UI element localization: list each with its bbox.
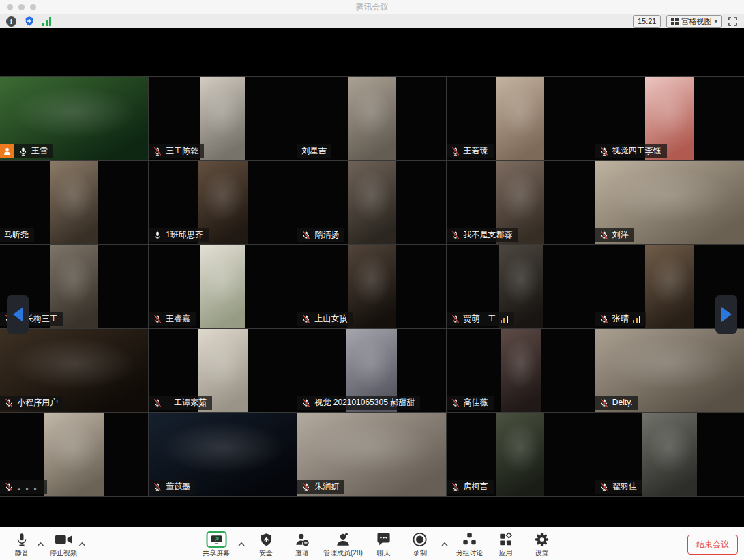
breakout-button[interactable]: 分组讨论 [455,531,485,558]
participant-video [200,77,245,160]
participant-tile[interactable]: 隋清扬 [297,161,446,245]
participant-tile[interactable]: 朱润妍 [297,413,446,497]
participant-name: 张晴 [612,314,629,324]
participant-tile[interactable]: 视觉四工李钰 [595,77,744,161]
end-meeting-button[interactable]: 结束会议 [687,535,738,555]
network-quality-icon[interactable] [42,17,51,26]
participant-name: 贾萌二工 [464,314,496,324]
invite-label: 邀请 [295,548,309,558]
share-screen-button[interactable]: 共享屏幕 [201,531,231,558]
meeting-window: 腾讯会议 i 15:21 宫格视图 ▾ [0,0,744,560]
participant-tile[interactable]: 上山女孩 [297,245,446,329]
meeting-time: 15:21 [633,15,661,28]
participant-tile[interactable]: Deity. [595,329,744,413]
participant-video [200,245,245,328]
participant-name: 1班邱思齐 [166,230,203,240]
breakout-label: 分组讨论 [456,548,483,558]
participant-tile[interactable]: 。。。 [0,413,149,497]
record-label: 录制 [413,548,427,558]
mic-status-icon [599,482,609,492]
participant-tile[interactable]: 刘星吉 [297,77,446,161]
breakout-icon [462,531,477,548]
participant-name: 一工谭家茹 [166,398,207,408]
stop-video-button[interactable]: 停止视频 [48,531,78,558]
mic-status-icon [153,314,162,324]
camera-icon [55,531,72,548]
participant-tile[interactable]: 我不是支郡蓉 [447,161,595,245]
mute-button[interactable]: 静音 [7,531,37,558]
participant-tile[interactable]: 翟羽佳 [595,413,744,497]
participant-video [44,413,104,496]
participant-tag: 我不是支郡蓉 [447,228,518,242]
zoom-window-button[interactable] [30,4,36,10]
participant-name: 三工陈乾 [166,146,198,156]
mic-status-icon [599,314,609,324]
members-button[interactable]: 管理成员(28) [323,531,363,558]
participant-tile[interactable]: 小程序用户 [0,329,149,413]
shield-plus-icon[interactable] [24,16,35,27]
apps-button[interactable]: 应用 [491,531,521,558]
participant-tag: 三工陈乾 [149,144,204,158]
participant-video [645,245,694,328]
participant-video [348,161,396,244]
next-page-button[interactable] [715,295,737,334]
participant-name: 王若臻 [464,146,488,156]
participant-video [50,161,98,244]
mic-status-icon [153,147,162,156]
participant-tile[interactable]: 三工陈乾 [149,77,297,161]
mute-options-chevron[interactable] [37,537,44,550]
stop-video-label: 停止视频 [50,548,77,558]
record-options-chevron[interactable] [441,537,449,550]
settings-button[interactable]: 设置 [527,531,557,558]
video-stage: 王雪 三工陈乾 [0,28,744,527]
participant-tag: 朱润妍 [297,480,344,494]
security-button[interactable]: 安全 [251,531,281,558]
participant-tile[interactable]: 刘洋 [595,161,744,245]
chevron-left-icon [13,307,23,322]
members-icon [335,531,351,548]
meeting-toolbar: i 15:21 宫格视图 ▾ [0,14,744,28]
participant-tile[interactable]: 高佳薇 [447,329,595,413]
mic-status-icon [4,398,14,408]
participant-tile[interactable]: 王若臻 [447,77,595,161]
participant-tag: 高佳薇 [447,396,494,410]
control-bar: 静音 停止视频 共享屏幕 [0,527,744,560]
prev-page-button[interactable] [7,295,29,334]
mic-status-icon [599,147,609,156]
participant-tile[interactable]: 房柯言 [447,413,595,497]
invite-button[interactable]: 邀请 [287,531,317,558]
participant-tag: 王睿嘉 [149,312,196,326]
settings-label: 设置 [535,548,549,558]
participant-tile[interactable]: 视觉 202101065305 郝甜甜 [297,329,446,413]
participant-tag: 董苡墨 [149,480,196,494]
grid-view-icon [671,18,679,25]
close-window-button[interactable] [7,4,13,10]
participant-tile[interactable]: 王睿嘉 [149,245,297,329]
participant-tile[interactable]: 王雪 [0,77,149,161]
participant-tile[interactable]: 董苡墨 [149,413,297,497]
record-button[interactable]: 录制 [405,531,435,558]
meeting-time-value: 15:21 [638,17,657,25]
share-options-chevron[interactable] [237,537,245,550]
apps-icon [499,531,514,548]
participant-tag: 视觉 202101065305 郝甜甜 [297,396,420,410]
participant-tag: 视觉四工李钰 [595,144,667,158]
participant-tile[interactable]: 1班邱思齐 [149,161,297,245]
security-shield-icon [259,531,273,548]
fullscreen-button[interactable] [728,16,738,27]
window-controls [7,4,36,10]
minimize-window-button[interactable] [18,4,25,10]
participant-tag: 刘洋 [595,228,634,242]
participant-tag: 马昕尧 [0,228,34,242]
participant-tile[interactable]: 贾萌二工 [447,245,595,329]
participant-video [348,245,396,328]
participant-tile[interactable]: 一工谭家茹 [149,329,297,413]
participant-tag: Deity. [595,396,638,410]
chat-button[interactable]: 聊天 [369,531,399,558]
view-mode-selector[interactable]: 宫格视图 ▾ [666,15,722,28]
participant-name: 高佳薇 [464,398,488,408]
participant-tile[interactable]: 马昕尧 [0,161,149,245]
info-icon[interactable]: i [6,16,16,27]
participant-tag: 刘星吉 [297,144,331,158]
stop-video-options-chevron[interactable] [78,537,86,550]
